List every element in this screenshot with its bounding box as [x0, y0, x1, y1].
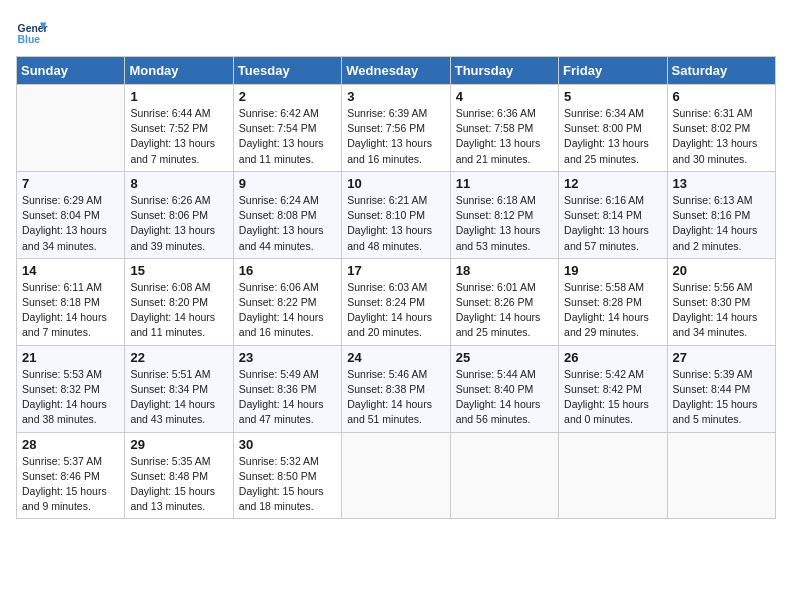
- day-detail: Sunrise: 5:39 AMSunset: 8:44 PMDaylight:…: [673, 367, 770, 428]
- logo: General Blue: [16, 16, 52, 48]
- col-header-sunday: Sunday: [17, 57, 125, 85]
- svg-text:Blue: Blue: [18, 34, 41, 45]
- col-header-friday: Friday: [559, 57, 667, 85]
- day-number: 26: [564, 350, 661, 365]
- calendar-cell: 26Sunrise: 5:42 AMSunset: 8:42 PMDayligh…: [559, 345, 667, 432]
- day-detail: Sunrise: 6:26 AMSunset: 8:06 PMDaylight:…: [130, 193, 227, 254]
- calendar-cell: 5Sunrise: 6:34 AMSunset: 8:00 PMDaylight…: [559, 85, 667, 172]
- day-number: 8: [130, 176, 227, 191]
- calendar-cell: 19Sunrise: 5:58 AMSunset: 8:28 PMDayligh…: [559, 258, 667, 345]
- calendar-cell: 3Sunrise: 6:39 AMSunset: 7:56 PMDaylight…: [342, 85, 450, 172]
- day-number: 29: [130, 437, 227, 452]
- day-number: 17: [347, 263, 444, 278]
- day-detail: Sunrise: 5:32 AMSunset: 8:50 PMDaylight:…: [239, 454, 336, 515]
- day-number: 28: [22, 437, 119, 452]
- calendar-cell: 6Sunrise: 6:31 AMSunset: 8:02 PMDaylight…: [667, 85, 775, 172]
- day-detail: Sunrise: 6:01 AMSunset: 8:26 PMDaylight:…: [456, 280, 553, 341]
- day-number: 30: [239, 437, 336, 452]
- calendar-cell: 15Sunrise: 6:08 AMSunset: 8:20 PMDayligh…: [125, 258, 233, 345]
- calendar-cell: 20Sunrise: 5:56 AMSunset: 8:30 PMDayligh…: [667, 258, 775, 345]
- day-number: 4: [456, 89, 553, 104]
- day-detail: Sunrise: 6:24 AMSunset: 8:08 PMDaylight:…: [239, 193, 336, 254]
- calendar-cell: 2Sunrise: 6:42 AMSunset: 7:54 PMDaylight…: [233, 85, 341, 172]
- calendar-week-row: 28Sunrise: 5:37 AMSunset: 8:46 PMDayligh…: [17, 432, 776, 519]
- day-number: 9: [239, 176, 336, 191]
- calendar-cell: 25Sunrise: 5:44 AMSunset: 8:40 PMDayligh…: [450, 345, 558, 432]
- day-number: 23: [239, 350, 336, 365]
- col-header-monday: Monday: [125, 57, 233, 85]
- day-detail: Sunrise: 6:29 AMSunset: 8:04 PMDaylight:…: [22, 193, 119, 254]
- day-number: 15: [130, 263, 227, 278]
- calendar-cell: [17, 85, 125, 172]
- day-detail: Sunrise: 6:21 AMSunset: 8:10 PMDaylight:…: [347, 193, 444, 254]
- day-number: 2: [239, 89, 336, 104]
- day-detail: Sunrise: 5:56 AMSunset: 8:30 PMDaylight:…: [673, 280, 770, 341]
- day-number: 27: [673, 350, 770, 365]
- day-detail: Sunrise: 6:11 AMSunset: 8:18 PMDaylight:…: [22, 280, 119, 341]
- calendar-cell: 9Sunrise: 6:24 AMSunset: 8:08 PMDaylight…: [233, 171, 341, 258]
- day-detail: Sunrise: 5:58 AMSunset: 8:28 PMDaylight:…: [564, 280, 661, 341]
- calendar-cell: [450, 432, 558, 519]
- day-number: 1: [130, 89, 227, 104]
- calendar-cell: 28Sunrise: 5:37 AMSunset: 8:46 PMDayligh…: [17, 432, 125, 519]
- day-number: 25: [456, 350, 553, 365]
- calendar-cell: [667, 432, 775, 519]
- calendar-cell: 29Sunrise: 5:35 AMSunset: 8:48 PMDayligh…: [125, 432, 233, 519]
- day-detail: Sunrise: 6:42 AMSunset: 7:54 PMDaylight:…: [239, 106, 336, 167]
- calendar-cell: 11Sunrise: 6:18 AMSunset: 8:12 PMDayligh…: [450, 171, 558, 258]
- calendar-week-row: 1Sunrise: 6:44 AMSunset: 7:52 PMDaylight…: [17, 85, 776, 172]
- day-number: 22: [130, 350, 227, 365]
- day-number: 21: [22, 350, 119, 365]
- calendar-cell: 16Sunrise: 6:06 AMSunset: 8:22 PMDayligh…: [233, 258, 341, 345]
- logo-icon: General Blue: [16, 16, 48, 48]
- day-number: 5: [564, 89, 661, 104]
- calendar-cell: 27Sunrise: 5:39 AMSunset: 8:44 PMDayligh…: [667, 345, 775, 432]
- page-header: General Blue: [16, 16, 776, 48]
- day-detail: Sunrise: 5:35 AMSunset: 8:48 PMDaylight:…: [130, 454, 227, 515]
- day-detail: Sunrise: 5:44 AMSunset: 8:40 PMDaylight:…: [456, 367, 553, 428]
- col-header-thursday: Thursday: [450, 57, 558, 85]
- day-detail: Sunrise: 6:36 AMSunset: 7:58 PMDaylight:…: [456, 106, 553, 167]
- day-number: 24: [347, 350, 444, 365]
- calendar-cell: [342, 432, 450, 519]
- day-number: 11: [456, 176, 553, 191]
- day-number: 10: [347, 176, 444, 191]
- calendar-cell: 21Sunrise: 5:53 AMSunset: 8:32 PMDayligh…: [17, 345, 125, 432]
- day-detail: Sunrise: 6:39 AMSunset: 7:56 PMDaylight:…: [347, 106, 444, 167]
- day-detail: Sunrise: 5:46 AMSunset: 8:38 PMDaylight:…: [347, 367, 444, 428]
- day-number: 14: [22, 263, 119, 278]
- calendar-cell: 8Sunrise: 6:26 AMSunset: 8:06 PMDaylight…: [125, 171, 233, 258]
- calendar-cell: [559, 432, 667, 519]
- day-detail: Sunrise: 6:18 AMSunset: 8:12 PMDaylight:…: [456, 193, 553, 254]
- day-number: 20: [673, 263, 770, 278]
- day-detail: Sunrise: 6:03 AMSunset: 8:24 PMDaylight:…: [347, 280, 444, 341]
- day-number: 3: [347, 89, 444, 104]
- day-detail: Sunrise: 6:31 AMSunset: 8:02 PMDaylight:…: [673, 106, 770, 167]
- calendar-cell: 13Sunrise: 6:13 AMSunset: 8:16 PMDayligh…: [667, 171, 775, 258]
- day-detail: Sunrise: 6:13 AMSunset: 8:16 PMDaylight:…: [673, 193, 770, 254]
- day-number: 18: [456, 263, 553, 278]
- day-detail: Sunrise: 6:08 AMSunset: 8:20 PMDaylight:…: [130, 280, 227, 341]
- day-detail: Sunrise: 6:34 AMSunset: 8:00 PMDaylight:…: [564, 106, 661, 167]
- calendar-week-row: 21Sunrise: 5:53 AMSunset: 8:32 PMDayligh…: [17, 345, 776, 432]
- calendar-cell: 1Sunrise: 6:44 AMSunset: 7:52 PMDaylight…: [125, 85, 233, 172]
- day-detail: Sunrise: 5:53 AMSunset: 8:32 PMDaylight:…: [22, 367, 119, 428]
- calendar-week-row: 7Sunrise: 6:29 AMSunset: 8:04 PMDaylight…: [17, 171, 776, 258]
- day-detail: Sunrise: 6:06 AMSunset: 8:22 PMDaylight:…: [239, 280, 336, 341]
- calendar-week-row: 14Sunrise: 6:11 AMSunset: 8:18 PMDayligh…: [17, 258, 776, 345]
- day-detail: Sunrise: 6:44 AMSunset: 7:52 PMDaylight:…: [130, 106, 227, 167]
- day-number: 16: [239, 263, 336, 278]
- calendar-cell: 22Sunrise: 5:51 AMSunset: 8:34 PMDayligh…: [125, 345, 233, 432]
- calendar-cell: 4Sunrise: 6:36 AMSunset: 7:58 PMDaylight…: [450, 85, 558, 172]
- day-number: 7: [22, 176, 119, 191]
- calendar-table: SundayMondayTuesdayWednesdayThursdayFrid…: [16, 56, 776, 519]
- col-header-wednesday: Wednesday: [342, 57, 450, 85]
- calendar-cell: 24Sunrise: 5:46 AMSunset: 8:38 PMDayligh…: [342, 345, 450, 432]
- day-number: 13: [673, 176, 770, 191]
- day-number: 6: [673, 89, 770, 104]
- calendar-cell: 10Sunrise: 6:21 AMSunset: 8:10 PMDayligh…: [342, 171, 450, 258]
- day-detail: Sunrise: 5:49 AMSunset: 8:36 PMDaylight:…: [239, 367, 336, 428]
- calendar-header-row: SundayMondayTuesdayWednesdayThursdayFrid…: [17, 57, 776, 85]
- calendar-cell: 12Sunrise: 6:16 AMSunset: 8:14 PMDayligh…: [559, 171, 667, 258]
- calendar-cell: 30Sunrise: 5:32 AMSunset: 8:50 PMDayligh…: [233, 432, 341, 519]
